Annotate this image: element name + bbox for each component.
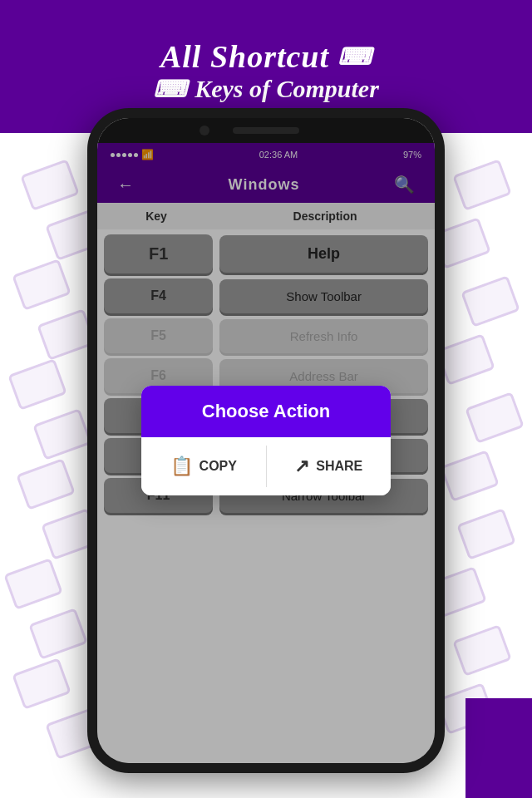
phone-screen: 📶 02:36 AM 97% ← Windows 🔍 Key Descripti… [97, 118, 435, 763]
phone-frame: 📶 02:36 AM 97% ← Windows 🔍 Key Descripti… [87, 108, 445, 773]
corner-accent [466, 698, 532, 798]
copy-button[interactable]: 📋 COPY [141, 437, 266, 495]
share-label: SHARE [316, 459, 362, 474]
keyboard-icon-bottom: ⌨ [153, 76, 186, 103]
modal-title-bar: Choose Action [141, 386, 391, 437]
share-icon: ↗ [294, 456, 309, 477]
modal-box: Choose Action 📋 COPY ↗ SHARE [141, 386, 391, 495]
share-button[interactable]: ↗ SHARE [267, 437, 392, 495]
app-title-line1: All Shortcut ⌨ [160, 38, 372, 75]
copy-icon: 📋 [170, 456, 193, 477]
modal-overlay[interactable]: Choose Action 📋 COPY ↗ SHARE [97, 118, 435, 763]
app-title-line2: ⌨ Keys of Computer [153, 75, 379, 103]
keyboard-icon-top: ⌨ [337, 43, 372, 71]
copy-label: COPY [200, 459, 237, 474]
title-line1-text: All Shortcut [160, 38, 329, 75]
title-line2-text: Keys of Computer [195, 75, 379, 103]
modal-actions: 📋 COPY ↗ SHARE [141, 437, 391, 495]
modal-title: Choose Action [202, 401, 330, 421]
